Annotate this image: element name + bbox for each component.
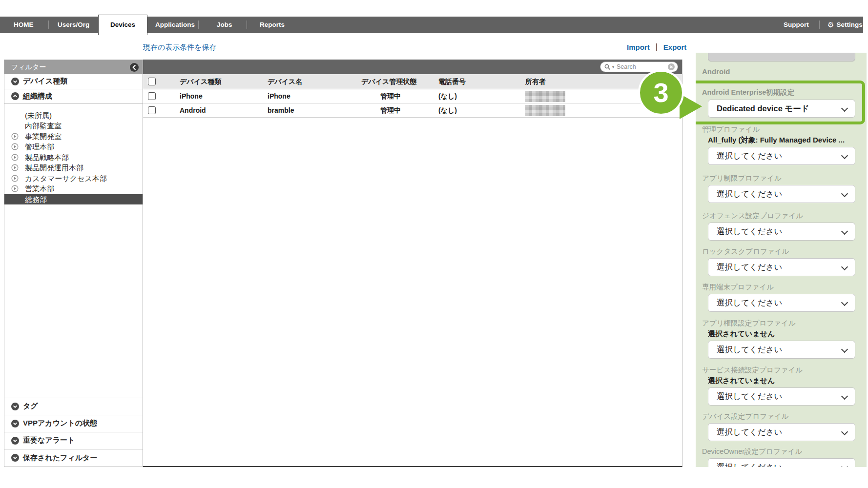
col-header-mgmt-status[interactable]: デバイス管理状態	[361, 74, 416, 89]
org-tree-item[interactable]: カスタマーサクセス本部	[4, 173, 143, 184]
search-scope-caret-icon[interactable]: ▾	[612, 65, 614, 69]
nav-applications[interactable]: Applications	[155, 17, 195, 33]
chevron-down-icon	[841, 228, 848, 235]
field-dropdown[interactable]: 選択してください	[708, 147, 855, 165]
field-device-setting-profile: デバイス設定プロファイル 選択してください	[702, 411, 855, 441]
org-tree-item[interactable]: 製品開発運用本部	[4, 163, 143, 173]
field-dropdown[interactable]: 選択してください	[708, 387, 855, 406]
nav-home[interactable]: HOME	[14, 17, 34, 33]
nav-support[interactable]: Support	[784, 17, 809, 33]
sidebar-section-org[interactable]: 組織構成	[4, 89, 143, 104]
org-tree-item[interactable]: (未所属)	[4, 110, 143, 121]
nav-tab-devices-active[interactable]: Devices	[98, 15, 147, 35]
nav-reports[interactable]: Reports	[260, 17, 285, 33]
nav-users-org[interactable]: Users/Org	[58, 17, 89, 33]
org-tree-item[interactable]: 製品戦略本部	[4, 152, 143, 163]
partial-dropdown-cut-off[interactable]	[708, 53, 855, 61]
org-tree-label: 製品開発運用本部	[25, 163, 83, 173]
org-tree-label: カスタマーサクセス本部	[25, 173, 107, 184]
col-header-device-type[interactable]: デバイス種類	[180, 74, 221, 89]
field-service-connection-profile: サービス接続設定プロファイル 選択されていません 選択してください	[702, 365, 855, 406]
chevron-down-icon	[841, 299, 848, 306]
org-tree-item-selected[interactable]: 総務部	[4, 194, 143, 205]
field-value: 選択してください	[717, 345, 782, 354]
field-locktask-profile: ロックタスクプロファイル 選択してください	[702, 246, 855, 276]
field-label: ロックタスクプロファイル	[702, 246, 855, 256]
field-geofence-profile: ジオフェンス設定プロファイル 選択してください	[702, 211, 855, 241]
expand-icon[interactable]	[11, 143, 19, 150]
field-dropdown[interactable]: 選択してください	[708, 294, 855, 312]
field-dropdown[interactable]: 選択してください	[708, 341, 855, 359]
field-value: 選択してください	[717, 392, 782, 401]
sidebar-section-alerts[interactable]: 重要なアラート	[4, 432, 143, 449]
sidebar-section-label: 組織構成	[23, 92, 52, 101]
sidebar-section-vpp[interactable]: VPPアカウントの状態	[4, 415, 143, 432]
sidebar-collapse-button[interactable]	[130, 63, 139, 72]
chevron-down-icon	[841, 264, 848, 270]
save-current-view-link[interactable]: 現在の表示条件を保存	[143, 43, 217, 52]
expand-icon[interactable]	[11, 133, 19, 140]
org-tree-label: 製品戦略本部	[25, 152, 69, 163]
sidebar-section-tag[interactable]: タグ	[4, 398, 143, 415]
field-dropdown[interactable]: 選択してください	[708, 223, 855, 241]
row-checkbox[interactable]	[148, 92, 156, 100]
search-icon	[604, 64, 611, 70]
cell-device-name: iPhone	[268, 89, 290, 103]
android-settings-panel: Android Android Enterprise初期設定 Dedicated…	[696, 53, 867, 467]
field-dedicated-device-profile: 専用端末プロファイル 選択してください	[702, 282, 855, 312]
org-tree-item[interactable]: 管理本部	[4, 142, 143, 152]
cell-device-type: iPhone	[180, 89, 203, 103]
org-tree-item[interactable]: 営業本部	[4, 183, 143, 194]
field-label: ジオフェンス設定プロファイル	[702, 211, 855, 221]
expand-icon[interactable]	[11, 175, 19, 182]
expand-icon[interactable]	[11, 185, 19, 192]
device-table: ▾ デバイス種類 デバイス名 デバイス管理状態 電話番号 所有者 iPhone …	[143, 60, 682, 467]
select-all-checkbox[interactable]	[148, 78, 156, 85]
col-header-device-name[interactable]: デバイス名	[268, 74, 302, 89]
nav-separator	[48, 20, 49, 29]
nav-settings[interactable]: ⚙Settings	[827, 17, 863, 33]
row-checkbox[interactable]	[148, 106, 156, 114]
field-dropdown[interactable]: 選択してください	[708, 458, 855, 467]
sidebar-section-label: 重要なアラート	[23, 436, 75, 445]
org-tree-item[interactable]: 事業開発室	[4, 131, 143, 142]
expand-icon[interactable]	[11, 164, 19, 171]
field-note: 選択されていません	[708, 376, 855, 386]
org-tree-label: 営業本部	[25, 183, 54, 194]
table-row[interactable]: Android bramble 管理中 (なし)	[143, 103, 682, 118]
import-link[interactable]: Import	[627, 43, 650, 51]
nav-separator	[819, 20, 820, 29]
col-header-phone[interactable]: 電話番号	[438, 74, 466, 89]
cell-phone: (なし)	[438, 89, 457, 103]
ae-setup-dropdown[interactable]: Dedicated device モード	[708, 100, 855, 118]
clear-search-icon[interactable]	[668, 63, 675, 70]
sidebar-bottom-sections: タグ VPPアカウントの状態 重要なアラート 保存されたフィルター	[4, 398, 143, 467]
org-tree-label: 内部監査室	[25, 121, 62, 131]
table-row[interactable]: iPhone iPhone 管理中 (なし)	[143, 89, 682, 103]
export-link[interactable]: Export	[663, 43, 687, 51]
field-app-permission-profile: アプリ権限設定プロファイル 選択されていません 選択してください	[702, 318, 855, 359]
col-header-owner[interactable]: 所有者	[525, 74, 546, 89]
sidebar-section-label: デバイス種類	[23, 77, 67, 86]
sidebar-section-device-type[interactable]: デバイス種類	[4, 74, 143, 89]
nav-separator	[198, 20, 199, 29]
field-dropdown[interactable]: 選択してください	[708, 423, 855, 441]
sidebar-section-label: VPPアカウントの状態	[23, 419, 97, 428]
field-dropdown[interactable]: 選択してください	[708, 185, 855, 203]
cell-owner-redacted	[525, 91, 565, 102]
table-header-row: デバイス種類 デバイス名 デバイス管理状態 電話番号 所有者	[143, 74, 682, 89]
cell-mgmt-status: 管理中	[361, 89, 420, 103]
field-note: All_fully (対象: Fully Managed Device ...	[708, 135, 855, 145]
cell-device-name: bramble	[268, 103, 294, 118]
panel-section-title: Android	[702, 67, 730, 76]
org-tree-item[interactable]: 内部監査室	[4, 121, 143, 131]
field-note: 選択されていません	[708, 329, 855, 339]
filter-header: フィルター	[4, 60, 143, 74]
expand-icon[interactable]	[11, 154, 19, 161]
org-tree-label: 管理本部	[25, 142, 54, 152]
field-dropdown[interactable]: 選択してください	[708, 258, 855, 276]
sidebar-section-saved-filters[interactable]: 保存されたフィルター	[4, 449, 143, 467]
field-value: 選択してください	[717, 263, 782, 271]
nav-jobs[interactable]: Jobs	[217, 17, 232, 33]
nav-separator	[247, 20, 247, 29]
